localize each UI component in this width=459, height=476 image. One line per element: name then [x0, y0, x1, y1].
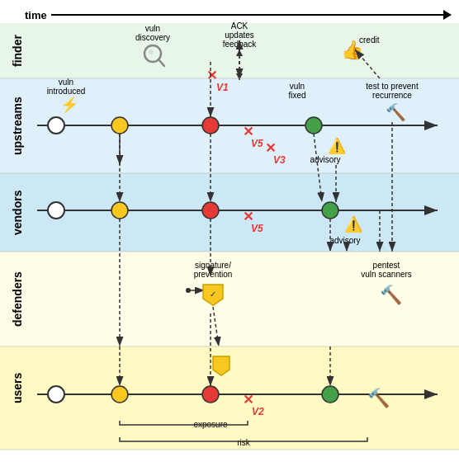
v3-x: ✕: [265, 141, 276, 155]
hammer-defender-icon: 🔨: [380, 284, 403, 306]
pentest-label2: vuln scanners: [361, 270, 412, 279]
vuln-fixed-label1: vuln: [290, 82, 305, 91]
signature-label1: signature/: [195, 261, 231, 270]
sig-to-users: [213, 307, 219, 346]
vendor-red-circle: [202, 202, 219, 219]
test-prevent-label1: test to prevent: [366, 82, 419, 91]
signature-label2: prevention: [194, 270, 233, 279]
v5-upstream-x: ✕: [243, 125, 253, 139]
upstream-start-circle: [48, 117, 64, 134]
exposure-bracket: [120, 421, 248, 425]
upstream-yellow-circle: [111, 117, 128, 134]
magnifier-handle: [159, 59, 164, 66]
ack-label2: updates: [225, 31, 254, 40]
v5-upstream-label: V5: [251, 138, 263, 149]
sig-dot: [186, 288, 191, 293]
hammer-upstream-icon: 🔨: [386, 102, 406, 122]
thumbsup-icon: 👍: [341, 39, 364, 61]
vuln-fixed-label2: fixed: [288, 91, 305, 100]
advisory-upstream-icon: ⚠️: [328, 137, 347, 155]
main-svg: vuln discovery ACK updates feedback cred…: [0, 0, 459, 476]
lightning-icon: ⚡: [60, 96, 79, 114]
ack-arrow-up: [236, 49, 243, 56]
v5-vendor-label: V5: [251, 223, 263, 234]
upstream-green-to-vendor: [314, 134, 322, 202]
vuln-introduced-label2: introduced: [47, 87, 86, 96]
v2-x: ✕: [243, 393, 253, 407]
vendor-start-circle: [48, 202, 64, 219]
hammer-user-icon: 🔨: [367, 387, 390, 409]
vendor-green-circle: [322, 202, 338, 219]
shield-check: ✓: [210, 290, 216, 299]
vuln-introduced-label1: vuln: [59, 78, 73, 87]
test-prevent-label2: recurrence: [372, 91, 412, 100]
user-start-circle: [48, 386, 64, 403]
upstream-red-circle: [202, 117, 219, 134]
vuln-discovery-label2: discovery: [135, 33, 170, 42]
diagram-container: time finder upstreams vendors defenders …: [0, 0, 459, 476]
magnifier-lens: [149, 49, 154, 54]
advisory-upstream-label: advisory: [310, 155, 340, 164]
user-green-circle: [322, 386, 338, 403]
v3-label: V3: [273, 154, 286, 166]
user-red-circle: [202, 386, 219, 403]
vuln-discovery-label: vuln: [145, 24, 160, 33]
users-shield: [213, 356, 230, 375]
v1-label: V1: [216, 82, 229, 93]
pentest-label1: pentest: [373, 261, 400, 270]
ack-label3: feedback: [223, 40, 258, 49]
v1-x: ✕: [206, 68, 217, 82]
advisory-vendor-icon: ⚠️: [344, 215, 363, 233]
v2-label: V2: [252, 406, 264, 417]
ack-arrow-down: [236, 73, 243, 80]
advisory-vendor-label: advisory: [329, 236, 360, 245]
user-yellow-circle: [111, 386, 128, 403]
ack-label1: ACK: [231, 21, 248, 31]
risk-label: risk: [237, 438, 251, 447]
vendor-yellow-circle: [111, 202, 128, 219]
upstream-green-circle: [305, 117, 322, 134]
v5-vendor-x: ✕: [243, 210, 253, 224]
